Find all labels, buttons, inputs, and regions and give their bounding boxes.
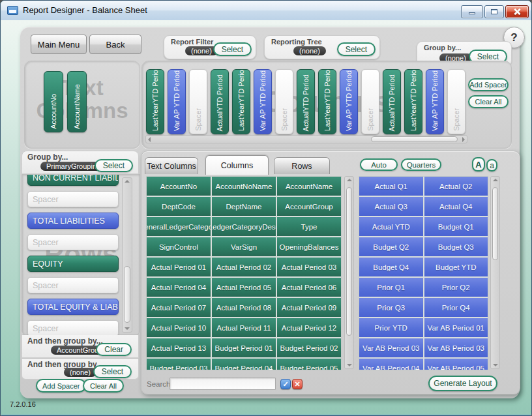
scrollbar-thumb[interactable] <box>371 136 458 142</box>
field-cell-green[interactable]: AccountGroup <box>277 197 341 216</box>
field-cell-green[interactable]: Actual Period 02 <box>212 258 276 276</box>
spacer-chip[interactable]: Spacer <box>275 69 293 134</box>
scrollbar-thumb[interactable] <box>124 266 130 323</box>
field-cell-blue[interactable]: Var AB Period 05 <box>424 359 488 370</box>
field-cell-green[interactable]: Actual Period 08 <box>212 298 276 317</box>
scroll-down-arrow-icon[interactable] <box>347 364 352 366</box>
report-filter-select-button[interactable]: Select <box>213 42 252 56</box>
field-cell-blue[interactable]: Budget Q3 <box>424 237 488 256</box>
column-chip[interactable]: LastYearYTD Period <box>318 69 336 134</box>
reporting-tree-select-button[interactable]: Select <box>337 42 376 56</box>
field-cell-blue[interactable]: Actual YTD <box>359 217 423 236</box>
quarters-button[interactable]: Quarters <box>401 158 441 171</box>
field-cell-green[interactable]: Actual Period 10 <box>147 318 211 337</box>
field-cell-blue[interactable]: Prior Q2 <box>424 278 488 297</box>
column-chip[interactable]: Var AP YTD Period <box>254 69 272 134</box>
columns-dropzone[interactable]: Columns LastYearYTD PeriodVar AP YTD Per… <box>141 61 512 149</box>
field-cell-blue[interactable]: Var AB Period 03 <box>359 338 423 357</box>
generate-layout-button[interactable]: Generate Layout <box>428 376 497 391</box>
then-group-1-clear-button[interactable]: Clear <box>96 343 132 356</box>
field-cell-green[interactable]: Budget Period 05 <box>277 359 341 370</box>
field-cell-green[interactable]: AccountName <box>277 177 341 196</box>
scroll-left-arrow-icon[interactable] <box>148 137 151 142</box>
field-cell-blue[interactable]: Prior Q4 <box>424 298 488 317</box>
field-cell-green[interactable]: Actual Period 03 <box>277 258 341 276</box>
columns-clear-all-button[interactable]: Clear All <box>468 95 509 108</box>
uppercase-button[interactable]: A <box>472 157 485 171</box>
tab-columns[interactable]: Columns <box>205 155 269 175</box>
scrollbar-thumb[interactable] <box>492 187 498 260</box>
spacer-row-item[interactable]: Spacer <box>27 277 119 293</box>
group-by-select-button[interactable]: Select <box>95 159 133 172</box>
field-cell-green[interactable]: Budget Period 03 <box>147 359 211 370</box>
scroll-up-arrow-icon[interactable] <box>125 180 130 183</box>
field-cell-blue[interactable]: Actual Q4 <box>424 197 488 216</box>
spacer-row-item[interactable]: Spacer <box>27 234 119 250</box>
field-cell-blue[interactable]: Budget Q4 <box>359 258 423 276</box>
rows-clear-all-button[interactable]: Clear All <box>83 379 124 393</box>
spacer-chip[interactable]: Spacer <box>447 69 466 134</box>
field-cell-blue[interactable]: Actual Q1 <box>359 177 423 196</box>
spacer-row-item[interactable]: Spacer <box>27 191 119 207</box>
column-chip[interactable]: LastYearYTD Period <box>146 69 164 134</box>
field-cell-green[interactable]: VarSign <box>212 237 276 256</box>
field-cell-green[interactable]: Actual Period 01 <box>147 258 211 276</box>
field-cell-green[interactable]: SignControl <box>147 237 211 256</box>
maximize-button[interactable] <box>484 5 504 18</box>
rows-add-spacer-button[interactable]: Add Spacer <box>36 379 86 393</box>
field-cell-green[interactable]: Budget Period 01 <box>212 338 276 357</box>
field-cell-green[interactable]: DeptName <box>212 197 276 216</box>
field-cell-green[interactable]: AccountNo <box>147 177 211 196</box>
field-cell-blue[interactable]: Actual Q2 <box>424 177 488 196</box>
close-button[interactable] <box>505 5 529 18</box>
spacer-chip[interactable]: Spacer <box>189 69 207 134</box>
scroll-up-arrow-icon[interactable] <box>493 179 498 181</box>
field-cell-blue[interactable]: Var AB Period 03 <box>424 338 488 357</box>
back-button[interactable]: Back <box>89 35 141 54</box>
scroll-down-arrow-icon[interactable] <box>493 364 498 366</box>
field-cell-green[interactable]: Actual Period 06 <box>277 278 341 297</box>
rows-dropzone[interactable]: Rows NON CURRENT LIABILITIESSpacerTOTAL … <box>22 174 140 336</box>
field-cell-blue[interactable]: Budget Q1 <box>424 217 488 236</box>
field-cell-green[interactable]: Actual Period 09 <box>277 298 341 317</box>
blue-grid-scrollbar[interactable] <box>490 176 500 369</box>
field-cell-green[interactable]: OpeningBalances <box>277 237 341 256</box>
columns-add-spacer-button[interactable]: Add Spacer <box>468 78 509 91</box>
then-group-2-select-button[interactable]: Select <box>93 365 132 378</box>
field-cell-green[interactable]: AccountNoName <box>212 177 276 196</box>
column-chip[interactable]: Var AP YTD Period <box>426 69 444 134</box>
scroll-right-arrow-icon[interactable] <box>462 137 465 142</box>
field-cell-green[interactable]: Actual Period 13 <box>147 338 211 357</box>
field-cell-blue[interactable]: Actual Q3 <box>359 197 423 216</box>
row-item[interactable]: NON CURRENT LIABILITIES <box>27 174 119 186</box>
text-columns-dropzone[interactable]: Text Columns AccountNo AccountName <box>24 61 140 149</box>
auto-button[interactable]: Auto <box>360 158 398 171</box>
row-item[interactable]: TOTAL EQUITY & LIABILITIES <box>27 299 119 315</box>
field-cell-blue[interactable]: Budget YTD <box>424 258 488 276</box>
field-cell-green[interactable]: Actual Period 05 <box>212 278 276 297</box>
column-chip[interactable]: LastYearYTD Period <box>404 69 422 134</box>
spacer-row-item[interactable]: Spacer <box>27 320 119 336</box>
text-column-chip[interactable]: AccountNo <box>44 71 63 132</box>
rows-vertical-scrollbar[interactable] <box>122 177 132 333</box>
scroll-down-arrow-icon[interactable] <box>125 327 130 330</box>
scroll-up-arrow-icon[interactable] <box>347 179 352 181</box>
field-cell-green[interactable]: Budget Period 02 <box>277 338 341 357</box>
column-chip[interactable]: Var AP YTD Period <box>340 69 358 134</box>
column-chip[interactable]: ActualYTD Period <box>383 69 401 134</box>
column-chip[interactable]: ActualYTD Period <box>297 69 315 134</box>
field-cell-green[interactable]: Actual Period 07 <box>147 298 211 317</box>
minimize-button[interactable] <box>461 5 483 18</box>
search-input[interactable] <box>170 378 276 390</box>
field-cell-green[interactable]: DeptCode <box>147 197 211 216</box>
columns-horizontal-scrollbar[interactable] <box>145 135 467 143</box>
column-chip[interactable]: Var AP YTD Period <box>168 69 186 134</box>
tab-rows[interactable]: Rows <box>274 157 330 174</box>
field-cell-green[interactable]: Type <box>277 217 341 236</box>
field-cell-green[interactable]: Actual Period 12 <box>277 318 341 337</box>
search-clear-icon[interactable] <box>292 379 303 389</box>
lowercase-button[interactable]: a <box>486 159 497 171</box>
field-cell-blue[interactable]: Prior YTD <box>359 318 423 337</box>
spacer-chip[interactable]: Spacer <box>361 69 379 134</box>
column-chip[interactable]: LastYearYTD Period <box>232 69 250 134</box>
